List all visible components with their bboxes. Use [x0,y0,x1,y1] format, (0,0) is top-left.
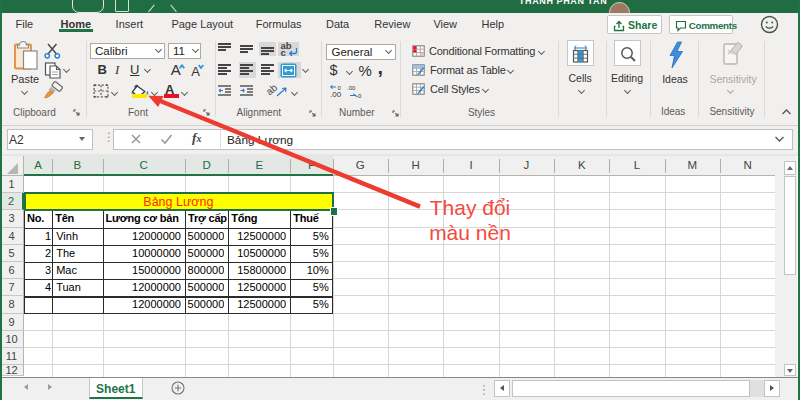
svg-text:0: 0 [358,93,362,99]
svg-text:.00: .00 [330,90,342,99]
svg-text:.00: .00 [347,85,356,91]
